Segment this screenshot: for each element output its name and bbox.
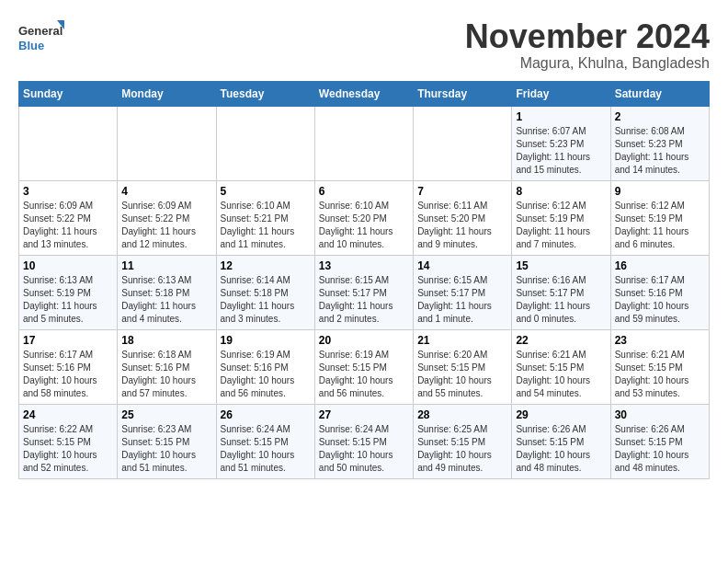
header-tuesday: Tuesday <box>216 81 314 106</box>
day-number: 9 <box>615 185 705 198</box>
day-number: 20 <box>319 334 409 347</box>
day-info: Sunrise: 6:26 AM Sunset: 5:15 PM Dayligh… <box>615 423 705 475</box>
calendar-table: SundayMondayTuesdayWednesdayThursdayFrid… <box>18 81 710 479</box>
day-number: 3 <box>23 185 113 198</box>
day-info: Sunrise: 6:18 AM Sunset: 5:16 PM Dayligh… <box>121 349 211 400</box>
day-number: 14 <box>417 259 507 272</box>
calendar-cell: 16Sunrise: 6:17 AM Sunset: 5:16 PM Dayli… <box>610 255 709 329</box>
day-number: 27 <box>319 408 409 421</box>
month-title: November 2024 <box>465 18 710 55</box>
day-info: Sunrise: 6:17 AM Sunset: 5:16 PM Dayligh… <box>23 349 113 400</box>
calendar-cell: 10Sunrise: 6:13 AM Sunset: 5:19 PM Dayli… <box>19 255 118 329</box>
day-info: Sunrise: 6:09 AM Sunset: 5:22 PM Dayligh… <box>121 200 211 251</box>
calendar-cell: 28Sunrise: 6:25 AM Sunset: 5:15 PM Dayli… <box>414 404 512 478</box>
calendar-cell: 29Sunrise: 6:26 AM Sunset: 5:15 PM Dayli… <box>512 404 610 478</box>
day-info: Sunrise: 6:14 AM Sunset: 5:18 PM Dayligh… <box>221 274 311 326</box>
day-number: 25 <box>121 408 211 421</box>
day-info: Sunrise: 6:12 AM Sunset: 5:19 PM Dayligh… <box>516 200 606 251</box>
calendar-cell: 26Sunrise: 6:24 AM Sunset: 5:15 PM Dayli… <box>216 404 314 478</box>
week-row-5: 24Sunrise: 6:22 AM Sunset: 5:15 PM Dayli… <box>19 404 710 478</box>
day-number: 1 <box>516 110 606 123</box>
day-info: Sunrise: 6:10 AM Sunset: 5:20 PM Dayligh… <box>319 200 409 251</box>
calendar-cell: 25Sunrise: 6:23 AM Sunset: 5:15 PM Dayli… <box>118 404 216 478</box>
svg-text:General: General <box>18 24 63 38</box>
day-info: Sunrise: 6:13 AM Sunset: 5:19 PM Dayligh… <box>23 274 113 326</box>
day-info: Sunrise: 6:24 AM Sunset: 5:15 PM Dayligh… <box>221 423 311 475</box>
day-number: 16 <box>615 259 705 272</box>
day-number: 22 <box>516 334 606 347</box>
day-info: Sunrise: 6:09 AM Sunset: 5:22 PM Dayligh… <box>23 200 113 251</box>
day-number: 30 <box>615 408 705 421</box>
day-number: 10 <box>23 259 113 272</box>
day-info: Sunrise: 6:23 AM Sunset: 5:15 PM Dayligh… <box>121 423 211 475</box>
day-info: Sunrise: 6:26 AM Sunset: 5:15 PM Dayligh… <box>516 423 606 475</box>
calendar-cell: 1Sunrise: 6:07 AM Sunset: 5:23 PM Daylig… <box>512 106 610 180</box>
week-row-1: 1Sunrise: 6:07 AM Sunset: 5:23 PM Daylig… <box>19 106 710 180</box>
day-number: 15 <box>516 259 606 272</box>
calendar-cell: 6Sunrise: 6:10 AM Sunset: 5:20 PM Daylig… <box>314 180 413 255</box>
calendar-cell: 24Sunrise: 6:22 AM Sunset: 5:15 PM Dayli… <box>19 404 118 478</box>
day-number: 21 <box>417 334 507 347</box>
calendar-cell <box>216 106 314 180</box>
day-number: 12 <box>221 259 311 272</box>
calendar-cell: 17Sunrise: 6:17 AM Sunset: 5:16 PM Dayli… <box>19 329 118 404</box>
day-info: Sunrise: 6:21 AM Sunset: 5:15 PM Dayligh… <box>615 349 705 400</box>
day-info: Sunrise: 6:17 AM Sunset: 5:16 PM Dayligh… <box>615 274 705 326</box>
calendar-cell: 27Sunrise: 6:24 AM Sunset: 5:15 PM Dayli… <box>314 404 413 478</box>
calendar-cell <box>314 106 413 180</box>
calendar-cell: 8Sunrise: 6:12 AM Sunset: 5:19 PM Daylig… <box>512 180 610 255</box>
day-number: 7 <box>417 185 507 198</box>
calendar-cell: 20Sunrise: 6:19 AM Sunset: 5:15 PM Dayli… <box>314 329 413 404</box>
logo: General Blue <box>18 18 64 60</box>
location-title: Magura, Khulna, Bangladesh <box>465 55 710 72</box>
calendar-cell: 23Sunrise: 6:21 AM Sunset: 5:15 PM Dayli… <box>610 329 709 404</box>
day-number: 28 <box>417 408 507 421</box>
calendar-cell: 21Sunrise: 6:20 AM Sunset: 5:15 PM Dayli… <box>414 329 512 404</box>
day-number: 18 <box>121 334 211 347</box>
day-number: 8 <box>516 185 606 198</box>
calendar-cell: 4Sunrise: 6:09 AM Sunset: 5:22 PM Daylig… <box>118 180 216 255</box>
day-number: 2 <box>615 110 705 123</box>
day-number: 26 <box>221 408 311 421</box>
day-info: Sunrise: 6:15 AM Sunset: 5:17 PM Dayligh… <box>319 274 409 326</box>
day-info: Sunrise: 6:22 AM Sunset: 5:15 PM Dayligh… <box>23 423 113 475</box>
calendar-cell: 30Sunrise: 6:26 AM Sunset: 5:15 PM Dayli… <box>610 404 709 478</box>
day-number: 17 <box>23 334 113 347</box>
day-number: 4 <box>121 185 211 198</box>
day-number: 6 <box>319 185 409 198</box>
day-info: Sunrise: 6:07 AM Sunset: 5:23 PM Dayligh… <box>516 125 606 177</box>
calendar-cell: 12Sunrise: 6:14 AM Sunset: 5:18 PM Dayli… <box>216 255 314 329</box>
header-friday: Friday <box>512 81 610 106</box>
day-info: Sunrise: 6:13 AM Sunset: 5:18 PM Dayligh… <box>121 274 211 326</box>
svg-text:Blue: Blue <box>18 39 44 52</box>
day-info: Sunrise: 6:25 AM Sunset: 5:15 PM Dayligh… <box>417 423 507 475</box>
calendar-cell <box>19 106 118 180</box>
calendar-cell: 5Sunrise: 6:10 AM Sunset: 5:21 PM Daylig… <box>216 180 314 255</box>
day-number: 13 <box>319 259 409 272</box>
week-row-2: 3Sunrise: 6:09 AM Sunset: 5:22 PM Daylig… <box>19 180 710 255</box>
header-monday: Monday <box>118 81 216 106</box>
week-row-4: 17Sunrise: 6:17 AM Sunset: 5:16 PM Dayli… <box>19 329 710 404</box>
calendar-cell: 9Sunrise: 6:12 AM Sunset: 5:19 PM Daylig… <box>610 180 709 255</box>
day-info: Sunrise: 6:10 AM Sunset: 5:21 PM Dayligh… <box>221 200 311 251</box>
day-info: Sunrise: 6:19 AM Sunset: 5:15 PM Dayligh… <box>319 349 409 400</box>
day-number: 11 <box>121 259 211 272</box>
calendar-cell: 18Sunrise: 6:18 AM Sunset: 5:16 PM Dayli… <box>118 329 216 404</box>
calendar-cell: 2Sunrise: 6:08 AM Sunset: 5:23 PM Daylig… <box>610 106 709 180</box>
calendar-cell: 13Sunrise: 6:15 AM Sunset: 5:17 PM Dayli… <box>314 255 413 329</box>
calendar-cell: 7Sunrise: 6:11 AM Sunset: 5:20 PM Daylig… <box>414 180 512 255</box>
calendar-cell: 11Sunrise: 6:13 AM Sunset: 5:18 PM Dayli… <box>118 255 216 329</box>
header-thursday: Thursday <box>414 81 512 106</box>
calendar-cell: 15Sunrise: 6:16 AM Sunset: 5:17 PM Dayli… <box>512 255 610 329</box>
calendar-cell <box>414 106 512 180</box>
day-info: Sunrise: 6:20 AM Sunset: 5:15 PM Dayligh… <box>417 349 507 400</box>
page-header: General Blue November 2024 Magura, Khuln… <box>18 18 710 72</box>
day-number: 5 <box>221 185 311 198</box>
calendar-cell <box>118 106 216 180</box>
header-wednesday: Wednesday <box>314 81 413 106</box>
day-info: Sunrise: 6:21 AM Sunset: 5:15 PM Dayligh… <box>516 349 606 400</box>
day-info: Sunrise: 6:24 AM Sunset: 5:15 PM Dayligh… <box>319 423 409 475</box>
header-row: SundayMondayTuesdayWednesdayThursdayFrid… <box>19 81 710 106</box>
header-sunday: Sunday <box>19 81 118 106</box>
day-info: Sunrise: 6:19 AM Sunset: 5:16 PM Dayligh… <box>221 349 311 400</box>
